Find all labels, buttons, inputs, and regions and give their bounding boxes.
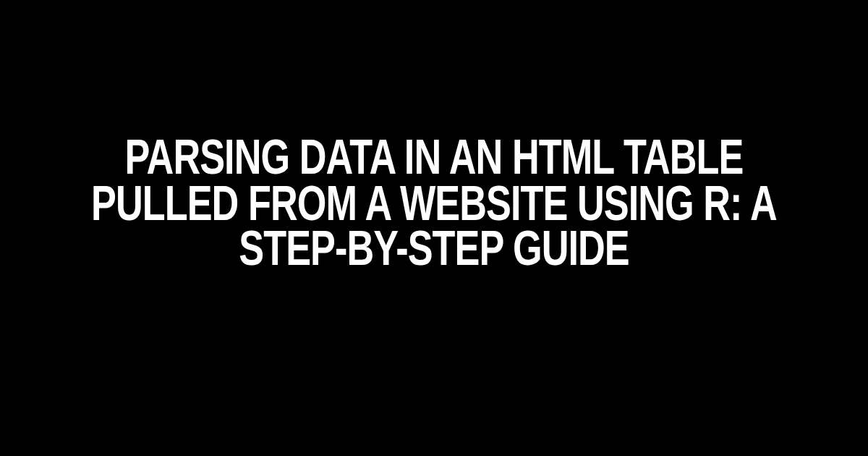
page-title: Parsing Data in an HTML Table Pulled fro… [56, 134, 812, 271]
